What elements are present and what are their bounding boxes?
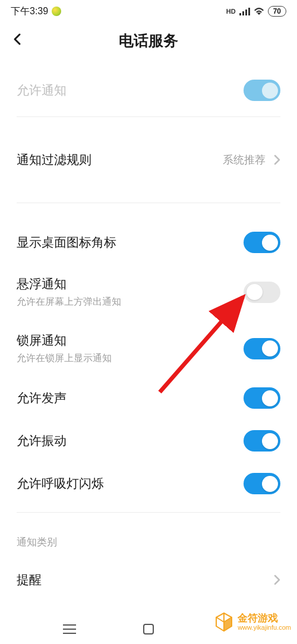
toggle-knob bbox=[262, 433, 278, 449]
row-label: 允许振动 bbox=[17, 433, 244, 449]
row-reminder[interactable]: 提醒 bbox=[17, 557, 280, 596]
watermark-text: 金符游戏 www.yikajinfu.com bbox=[238, 613, 291, 632]
svg-rect-2 bbox=[245, 10, 247, 15]
toggle-sound[interactable] bbox=[244, 387, 280, 409]
row-vibrate: 允许振动 bbox=[17, 419, 280, 462]
row-label: 允许通知 bbox=[17, 82, 244, 99]
content: 允许通知 通知过滤规则 系统推荐 显示桌面图标角标 悬浮通知 允许在屏幕上方弹出… bbox=[0, 64, 297, 596]
gap bbox=[17, 203, 280, 221]
wifi-icon bbox=[254, 7, 264, 15]
toggle-vibrate[interactable] bbox=[244, 430, 280, 452]
row-label: 提醒 bbox=[17, 572, 274, 588]
row-floating: 悬浮通知 允许在屏幕上方弹出通知 bbox=[17, 264, 280, 320]
toggle-badge[interactable] bbox=[244, 232, 280, 253]
nav-home-icon[interactable] bbox=[143, 624, 154, 634]
row-led: 允许呼吸灯闪烁 bbox=[17, 462, 280, 512]
svg-rect-3 bbox=[248, 8, 250, 15]
svg-rect-0 bbox=[239, 13, 241, 15]
toggle-knob bbox=[262, 476, 278, 492]
section-label-category: 通知类别 bbox=[17, 513, 280, 557]
toggle-lockscreen[interactable] bbox=[244, 338, 280, 359]
cube-icon bbox=[214, 612, 234, 632]
row-label: 显示桌面图标角标 bbox=[17, 234, 244, 251]
row-lockscreen: 锁屏通知 允许在锁屏上显示通知 bbox=[17, 320, 280, 377]
row-subtitle: 允许在屏幕上方弹出通知 bbox=[17, 296, 244, 308]
toggle-knob bbox=[247, 284, 263, 300]
status-bar: 下午3:39 HD 70 bbox=[0, 0, 297, 21]
status-left: 下午3:39 bbox=[11, 5, 61, 18]
row-allow-notification: 允许通知 bbox=[17, 64, 280, 116]
toggle-knob bbox=[262, 390, 278, 406]
svg-rect-9 bbox=[144, 624, 153, 634]
toggle-knob bbox=[262, 83, 278, 99]
row-label: 锁屏通知 bbox=[17, 332, 244, 349]
row-label: 通知过滤规则 bbox=[17, 151, 223, 168]
signal-icon bbox=[239, 7, 250, 15]
row-filter-rule[interactable]: 通知过滤规则 系统推荐 bbox=[17, 142, 280, 178]
svg-rect-1 bbox=[242, 11, 244, 15]
toggle-allow-notification[interactable] bbox=[244, 80, 280, 101]
row-badge: 显示桌面图标角标 bbox=[17, 221, 280, 264]
weather-icon bbox=[52, 7, 61, 16]
status-right: HD 70 bbox=[226, 6, 286, 17]
header: 电话服务 bbox=[0, 21, 297, 64]
row-sound: 允许发声 bbox=[17, 377, 280, 419]
gap bbox=[17, 178, 280, 203]
page-title: 电话服务 bbox=[6, 31, 291, 50]
nav-recents-icon[interactable] bbox=[63, 624, 76, 634]
watermark: 金符游戏 www.yikajinfu.com bbox=[214, 612, 291, 632]
toggle-led[interactable] bbox=[244, 473, 280, 494]
hd-icon: HD bbox=[226, 8, 236, 15]
chevron-right-icon bbox=[274, 154, 280, 165]
status-time: 下午3:39 bbox=[11, 5, 48, 18]
row-value: 系统推荐 bbox=[223, 153, 266, 167]
gap bbox=[17, 117, 280, 142]
toggle-floating[interactable] bbox=[244, 282, 280, 303]
watermark-title: 金符游戏 bbox=[238, 613, 291, 624]
toggle-knob bbox=[262, 235, 278, 251]
toggle-knob bbox=[262, 340, 278, 356]
battery-icon: 70 bbox=[268, 6, 286, 17]
row-label: 允许发声 bbox=[17, 390, 244, 406]
row-label: 悬浮通知 bbox=[17, 276, 244, 292]
chevron-right-icon bbox=[274, 574, 280, 585]
row-subtitle: 允许在锁屏上显示通知 bbox=[17, 352, 244, 365]
watermark-url: www.yikajinfu.com bbox=[238, 624, 291, 631]
chevron-left-icon bbox=[11, 32, 25, 46]
row-label: 允许呼吸灯闪烁 bbox=[17, 475, 244, 492]
back-button[interactable] bbox=[11, 32, 25, 49]
